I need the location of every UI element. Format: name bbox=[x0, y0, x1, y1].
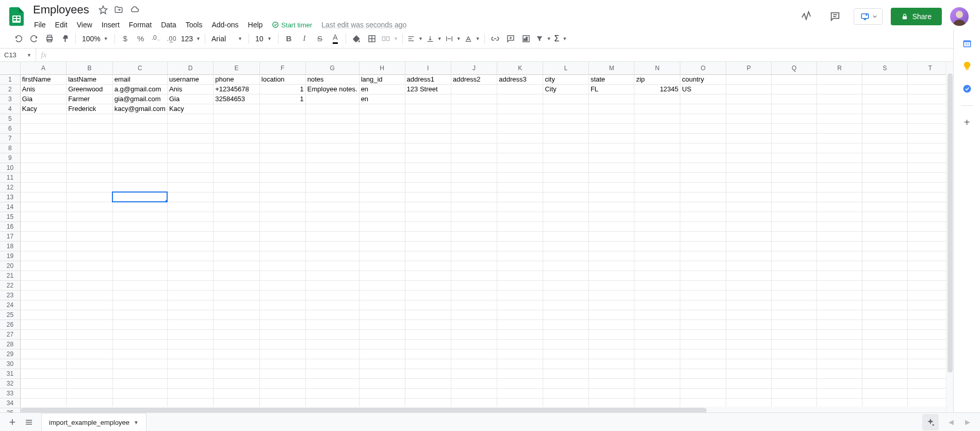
borders-button[interactable] bbox=[365, 31, 379, 46]
cell-L7[interactable] bbox=[543, 133, 589, 143]
cell-F33[interactable] bbox=[259, 388, 305, 398]
cell-P26[interactable] bbox=[726, 320, 772, 329]
cell-B12[interactable] bbox=[67, 182, 113, 192]
cell-L16[interactable] bbox=[543, 221, 589, 231]
cell-Q6[interactable] bbox=[772, 123, 817, 133]
cell-L10[interactable] bbox=[543, 163, 589, 172]
cell-D6[interactable] bbox=[167, 123, 213, 133]
cell-D29[interactable] bbox=[167, 349, 213, 359]
cell-N18[interactable] bbox=[634, 241, 680, 251]
cell-B3[interactable]: Farmer bbox=[67, 94, 113, 104]
cell-B11[interactable] bbox=[67, 172, 113, 182]
cell-J10[interactable] bbox=[451, 163, 497, 172]
cell-F23[interactable] bbox=[259, 290, 305, 300]
cell-H1[interactable]: lang_id bbox=[359, 74, 405, 84]
cell-A8[interactable] bbox=[20, 143, 66, 153]
cell-E1[interactable]: phone bbox=[214, 74, 260, 84]
cell-I8[interactable] bbox=[405, 143, 451, 153]
cell-G31[interactable] bbox=[305, 369, 359, 378]
cell-M9[interactable] bbox=[589, 153, 634, 163]
menu-format[interactable]: Format bbox=[125, 19, 156, 31]
cell-Q3[interactable] bbox=[772, 94, 817, 104]
cell-P25[interactable] bbox=[726, 310, 772, 320]
cell-B9[interactable] bbox=[67, 153, 113, 163]
cell-P22[interactable] bbox=[726, 280, 772, 290]
merge-cells-dropdown[interactable]: ▼ bbox=[380, 32, 399, 45]
row-header-13[interactable]: 13 bbox=[0, 192, 20, 202]
cell-G1[interactable]: notes bbox=[305, 74, 359, 84]
cell-F17[interactable] bbox=[259, 231, 305, 241]
cell-H6[interactable] bbox=[359, 123, 405, 133]
activity-icon[interactable] bbox=[796, 6, 816, 27]
cell-O30[interactable] bbox=[680, 359, 726, 369]
cell-E27[interactable] bbox=[214, 329, 260, 339]
col-header-S[interactable]: S bbox=[862, 62, 908, 74]
col-header-M[interactable]: M bbox=[589, 62, 634, 74]
cell-F25[interactable] bbox=[259, 310, 305, 320]
cell-J21[interactable] bbox=[451, 270, 497, 280]
cell-N19[interactable] bbox=[634, 251, 680, 261]
cell-F24[interactable] bbox=[259, 300, 305, 310]
cell-G4[interactable] bbox=[305, 104, 359, 114]
cell-J14[interactable] bbox=[451, 202, 497, 212]
cell-B17[interactable] bbox=[67, 231, 113, 241]
cell-F18[interactable] bbox=[259, 241, 305, 251]
insert-chart-button[interactable] bbox=[519, 31, 533, 46]
cell-G17[interactable] bbox=[305, 231, 359, 241]
cell-H32[interactable] bbox=[359, 378, 405, 388]
cell-H23[interactable] bbox=[359, 290, 405, 300]
cell-I17[interactable] bbox=[405, 231, 451, 241]
cell-Q28[interactable] bbox=[772, 339, 817, 349]
cell-I16[interactable] bbox=[405, 221, 451, 231]
cell-I11[interactable] bbox=[405, 172, 451, 182]
cell-C2[interactable]: a.g@gmail.com bbox=[112, 84, 167, 94]
cell-J1[interactable]: address2 bbox=[451, 74, 497, 84]
move-folder-icon[interactable] bbox=[114, 5, 123, 14]
explore-button[interactable] bbox=[922, 414, 939, 430]
cell-O31[interactable] bbox=[680, 369, 726, 378]
col-header-I[interactable]: I bbox=[405, 62, 451, 74]
cell-Q23[interactable] bbox=[772, 290, 817, 300]
cell-C23[interactable] bbox=[112, 290, 167, 300]
cell-I5[interactable] bbox=[405, 114, 451, 123]
row-header-6[interactable]: 6 bbox=[0, 123, 20, 133]
cell-R24[interactable] bbox=[817, 300, 862, 310]
cell-L12[interactable] bbox=[543, 182, 589, 192]
cell-A23[interactable] bbox=[20, 290, 66, 300]
cell-H27[interactable] bbox=[359, 329, 405, 339]
cell-A27[interactable] bbox=[20, 329, 66, 339]
h-align-dropdown[interactable]: ▼ bbox=[406, 32, 424, 45]
cell-C21[interactable] bbox=[112, 270, 167, 280]
cell-B24[interactable] bbox=[67, 300, 113, 310]
cell-P30[interactable] bbox=[726, 359, 772, 369]
cell-N3[interactable] bbox=[634, 94, 680, 104]
cell-J13[interactable] bbox=[451, 192, 497, 202]
cell-A7[interactable] bbox=[20, 133, 66, 143]
cell-D1[interactable]: username bbox=[167, 74, 213, 84]
row-header-7[interactable]: 7 bbox=[0, 133, 20, 143]
cell-L14[interactable] bbox=[543, 202, 589, 212]
cell-S25[interactable] bbox=[862, 310, 908, 320]
col-header-L[interactable]: L bbox=[543, 62, 589, 74]
cell-F4[interactable] bbox=[259, 104, 305, 114]
cell-O19[interactable] bbox=[680, 251, 726, 261]
row-header-34[interactable]: 34 bbox=[0, 398, 20, 408]
cell-F26[interactable] bbox=[259, 320, 305, 329]
cell-L20[interactable] bbox=[543, 261, 589, 270]
cell-D16[interactable] bbox=[167, 221, 213, 231]
cell-B8[interactable] bbox=[67, 143, 113, 153]
cell-P8[interactable] bbox=[726, 143, 772, 153]
cell-I10[interactable] bbox=[405, 163, 451, 172]
cell-A20[interactable] bbox=[20, 261, 66, 270]
cell-D14[interactable] bbox=[167, 202, 213, 212]
cell-B5[interactable] bbox=[67, 114, 113, 123]
cell-J17[interactable] bbox=[451, 231, 497, 241]
increase-decimal-button[interactable]: .0̲0 bbox=[165, 31, 179, 46]
cell-D9[interactable] bbox=[167, 153, 213, 163]
cell-N29[interactable] bbox=[634, 349, 680, 359]
cell-L3[interactable] bbox=[543, 94, 589, 104]
cell-P33[interactable] bbox=[726, 388, 772, 398]
cell-D8[interactable] bbox=[167, 143, 213, 153]
cell-B33[interactable] bbox=[67, 388, 113, 398]
cell-I28[interactable] bbox=[405, 339, 451, 349]
